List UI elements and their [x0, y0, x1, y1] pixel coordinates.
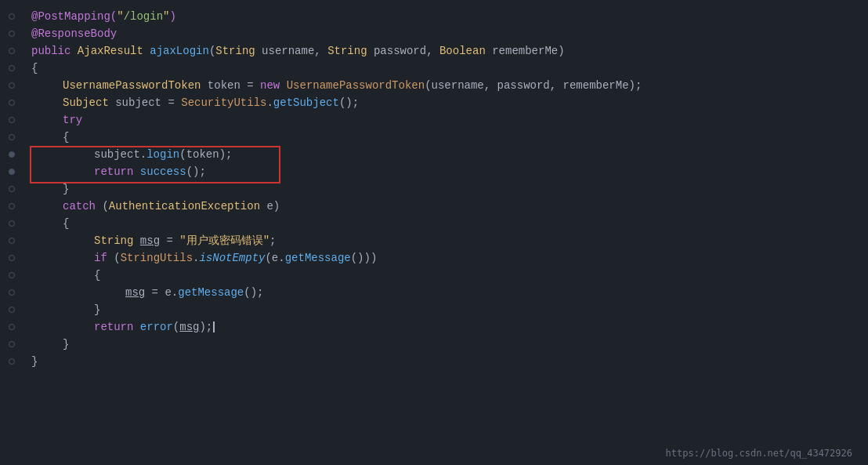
line-content-13: { — [24, 215, 852, 232]
gutter-3 — [0, 48, 24, 54]
gutter-15 — [0, 255, 24, 261]
method-success: success — [140, 165, 186, 178]
keyword-new: new — [260, 79, 280, 92]
gutter-18 — [0, 307, 24, 313]
code-line-15: if (StringUtils.isNotEmpty(e.getMessage(… — [0, 249, 868, 267]
code-line-9: subject.login(token); — [0, 146, 868, 163]
type-string-2: String — [327, 45, 367, 57]
code-line-14: String msg = "用户或密码错误"; — [0, 232, 868, 249]
gutter-dot-18 — [9, 307, 15, 313]
code-line-19: return error(msg); — [0, 318, 868, 336]
gutter-7 — [0, 117, 24, 123]
line-content-16: { — [24, 267, 852, 284]
gutter-dot-21 — [9, 358, 15, 365]
gutter-16 — [0, 272, 24, 278]
code-editor: @PostMapping("/login") @ResponseBody pub… — [0, 0, 868, 465]
gutter-6 — [0, 100, 24, 106]
gutter-dot-12 — [9, 203, 15, 209]
gutter-dot-11 — [9, 186, 15, 192]
line-content-10: return success(); — [24, 163, 852, 180]
type-ajax-result: AjaxResult — [78, 45, 143, 57]
line-content-7: try — [24, 111, 852, 129]
line-content-8: { — [24, 129, 852, 146]
gutter-1 — [0, 13, 24, 20]
method-error: error — [140, 321, 173, 333]
method-is-not-empty: isNotEmpty — [199, 252, 265, 264]
type-auth-exception: AuthenticationException — [109, 200, 260, 213]
line-content-19: return error(msg); — [24, 318, 852, 336]
method-get-message-1: getMessage — [285, 252, 351, 264]
code-line-2: @ResponseBody — [0, 25, 868, 42]
line-content-20: } — [24, 336, 852, 353]
gutter-11 — [0, 186, 24, 192]
keyword-return-2: return — [94, 321, 133, 333]
gutter-13 — [0, 220, 24, 227]
gutter-10 — [0, 169, 24, 175]
code-line-16: { — [0, 267, 868, 284]
type-security-utils: SecurityUtils — [181, 96, 266, 109]
method-get-message-2: getMessage — [178, 286, 244, 299]
gutter-20 — [0, 341, 24, 347]
line-content-5: UsernamePasswordToken token = new Userna… — [24, 77, 852, 94]
code-line-11: } — [0, 180, 868, 198]
line-content-2: @ResponseBody — [24, 25, 852, 42]
keyword-try: try — [63, 114, 82, 126]
line-content-1: @PostMapping("/login") — [24, 8, 852, 25]
line-content-21: } — [24, 353, 852, 370]
gutter-dot-6 — [9, 100, 15, 106]
gutter-dot-9 — [9, 151, 15, 158]
string-error-msg: "用户或密码错误" — [179, 234, 269, 247]
keyword-catch: catch — [63, 200, 96, 213]
gutter-dot-19 — [9, 324, 15, 330]
gutter-2 — [0, 31, 24, 37]
gutter-dot-2 — [9, 31, 15, 37]
code-line-6: Subject subject = SecurityUtils.getSubje… — [0, 94, 868, 111]
code-line-5: UsernamePasswordToken token = new Userna… — [0, 77, 868, 94]
code-line-8: { — [0, 129, 868, 146]
gutter-dot-3 — [9, 48, 15, 54]
type-boolean: Boolean — [439, 45, 486, 57]
type-subject: Subject — [63, 96, 109, 109]
type-uptoken2: UsernamePasswordToken — [287, 79, 425, 92]
code-line-20: } — [0, 336, 868, 353]
gutter-5 — [0, 82, 24, 89]
gutter-dot-17 — [9, 289, 15, 296]
keyword-return-1: return — [94, 165, 133, 178]
gutter-19 — [0, 324, 24, 330]
code-line-4: { — [0, 60, 868, 77]
line-content-15: if (StringUtils.isNotEmpty(e.getMessage(… — [24, 249, 852, 267]
gutter-9 — [0, 151, 24, 158]
code-line-10: return success(); — [0, 163, 868, 180]
annotation-post-mapping: @PostMapping("/login") — [31, 10, 176, 23]
type-string-msg: String — [94, 234, 133, 247]
gutter-14 — [0, 238, 24, 244]
code-line-18: } — [0, 301, 868, 318]
gutter-dot-7 — [9, 117, 15, 123]
line-content-4: { — [24, 60, 852, 77]
gutter-dot-4 — [9, 65, 15, 71]
line-content-11: } — [24, 180, 852, 198]
method-ajax-login: ajaxLogin — [150, 45, 209, 57]
method-get-subject: getSubject — [273, 96, 339, 109]
code-line-7: try — [0, 111, 868, 129]
csdn-watermark: https://blog.csdn.net/qq_43472926 — [666, 448, 852, 459]
line-content-12: catch (AuthenticationException e) — [24, 198, 852, 215]
code-line-13: { — [0, 215, 868, 232]
method-login: login — [146, 148, 179, 161]
code-line-21: } — [0, 353, 868, 370]
code-line-17: msg = e.getMessage(); — [0, 284, 868, 301]
type-string-1: String — [215, 45, 255, 57]
keyword-if: if — [94, 252, 107, 264]
gutter-dot-13 — [9, 220, 15, 227]
code-line-12: catch (AuthenticationException e) — [0, 198, 868, 215]
gutter-dot-20 — [9, 341, 15, 347]
gutter-12 — [0, 203, 24, 209]
keyword-public: public — [31, 45, 71, 57]
line-content-3: public AjaxResult ajaxLogin(String usern… — [24, 42, 852, 60]
annotation-response-body: @ResponseBody — [31, 27, 117, 40]
type-string-utils: StringUtils — [121, 252, 193, 264]
line-content-17: msg = e.getMessage(); — [24, 284, 852, 301]
type-uptoken: UsernamePasswordToken — [63, 79, 201, 92]
code-line-3: public AjaxResult ajaxLogin(String usern… — [0, 42, 868, 60]
gutter-21 — [0, 358, 24, 365]
